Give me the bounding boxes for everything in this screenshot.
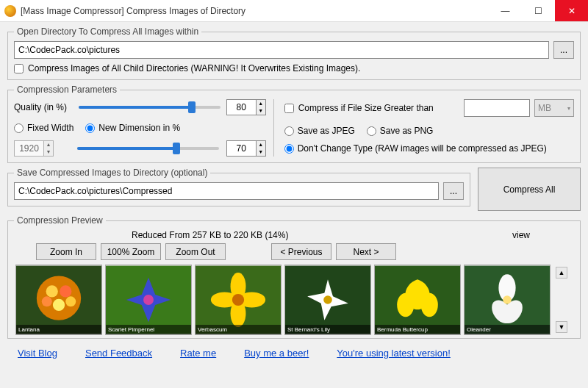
zoom-out-button[interactable]: Zoom Out bbox=[165, 243, 226, 260]
thumbnail-scrollbar[interactable]: ▲ ▼ bbox=[555, 265, 568, 335]
size-condition-input[interactable] bbox=[464, 99, 530, 117]
save-png-radio[interactable] bbox=[367, 126, 376, 136]
svg-point-18 bbox=[397, 293, 414, 317]
compress-all-button[interactable]: Compress All bbox=[478, 168, 581, 211]
dont-change-radio[interactable] bbox=[284, 144, 294, 154]
save-jpeg-label: Save as JPEG bbox=[298, 126, 355, 136]
thumbnail[interactable]: Oleander bbox=[464, 265, 551, 335]
maximize-button[interactable]: ☐ bbox=[522, 0, 555, 21]
fixed-width-input[interactable] bbox=[14, 140, 43, 157]
dimension-spinner[interactable]: ▲▼ bbox=[226, 140, 266, 157]
previous-button[interactable]: < Previous bbox=[271, 243, 331, 260]
fixed-width-radio[interactable] bbox=[14, 123, 24, 133]
child-directories-checkbox[interactable] bbox=[14, 64, 24, 73]
chevron-down-icon: ▾ bbox=[567, 105, 570, 112]
quality-value-input[interactable] bbox=[226, 99, 256, 115]
thumbnail-caption: St Bernard's Lily bbox=[285, 325, 370, 334]
open-directory-browse-button[interactable]: ... bbox=[553, 41, 574, 59]
thumbnail-caption: Verbascum bbox=[196, 325, 281, 334]
svg-point-5 bbox=[42, 296, 52, 306]
compression-params-group: Compression Parameters Quality (in %) ▲▼… bbox=[7, 85, 581, 163]
thumbnail[interactable]: Lantana bbox=[15, 265, 102, 335]
quality-spinner[interactable]: ▲▼ bbox=[226, 99, 266, 115]
fixed-width-spinner[interactable]: ▲▼ bbox=[14, 140, 70, 157]
dont-change-label: Don't Change Type (RAW images will be co… bbox=[298, 143, 547, 154]
thumbnail[interactable]: Verbascum bbox=[195, 265, 282, 335]
thumbnail[interactable]: St Bernard's Lily bbox=[284, 265, 371, 335]
thumbnail-caption: Scarlet Pimpernel bbox=[106, 325, 191, 334]
preview-legend: Compression Preview bbox=[14, 215, 106, 226]
compression-params-legend: Compression Parameters bbox=[14, 85, 120, 95]
visit-blog-link[interactable]: Visit Blog bbox=[18, 348, 57, 359]
thumbnail-strip: Lantana Scarlet Pimpernel Verbascum St B… bbox=[14, 265, 552, 335]
svg-point-16 bbox=[323, 295, 332, 304]
svg-point-2 bbox=[46, 285, 58, 297]
dimension-slider[interactable] bbox=[77, 147, 219, 150]
quality-label: Quality (in %) bbox=[14, 102, 73, 112]
buy-beer-link[interactable]: Buy me a beer! bbox=[244, 348, 309, 359]
svg-point-6 bbox=[65, 296, 76, 306]
save-directory-browse-button[interactable]: ... bbox=[443, 182, 464, 200]
svg-point-14 bbox=[232, 294, 244, 306]
reduced-label: Reduced From 257 KB to 220 KB (14%) bbox=[132, 230, 512, 240]
save-jpeg-radio[interactable] bbox=[284, 126, 294, 136]
dimension-value-input[interactable] bbox=[226, 140, 256, 157]
svg-point-3 bbox=[60, 285, 71, 297]
close-button[interactable]: ✕ bbox=[555, 0, 588, 21]
thumbnail-caption: Lantana bbox=[16, 325, 101, 334]
fixed-width-label: Fixed Width bbox=[27, 123, 74, 133]
zoom-100-button[interactable]: 100% Zoom bbox=[101, 243, 161, 260]
size-condition-checkbox[interactable] bbox=[284, 104, 294, 113]
footer-links: Visit Blog Send Feedback Rate me Buy me … bbox=[7, 343, 581, 359]
zoom-in-button[interactable]: Zoom In bbox=[36, 243, 96, 260]
scroll-up-icon[interactable]: ▲ bbox=[556, 267, 567, 279]
size-condition-label: Compress if File Size Greater than bbox=[298, 103, 434, 113]
save-png-label: Save as PNG bbox=[380, 126, 434, 136]
svg-point-24 bbox=[503, 295, 512, 304]
save-directory-group: Save Compressed Images to Directory (opt… bbox=[7, 168, 470, 206]
size-unit-select[interactable]: MB▾ bbox=[534, 99, 574, 117]
open-directory-group: Open Directory To Compress All Images wi… bbox=[7, 26, 581, 80]
thumbnail-caption: Bermuda Buttercup bbox=[375, 325, 460, 334]
rate-me-link[interactable]: Rate me bbox=[180, 348, 216, 359]
open-directory-legend: Open Directory To Compress All Images wi… bbox=[14, 26, 201, 37]
thumbnail-caption: Oleander bbox=[465, 325, 550, 334]
svg-point-8 bbox=[143, 295, 154, 305]
window-title: [Mass Image Compressor] Compress Images … bbox=[21, 6, 489, 16]
quality-slider[interactable] bbox=[79, 106, 220, 109]
title-bar: [Mass Image Compressor] Compress Images … bbox=[0, 0, 588, 22]
child-directories-label: Compress Images of All Child Directories… bbox=[28, 63, 360, 73]
next-button[interactable]: Next > bbox=[336, 243, 396, 260]
new-dimension-radio[interactable] bbox=[85, 123, 95, 133]
open-directory-input[interactable] bbox=[14, 41, 549, 59]
latest-version-link[interactable]: You're using latest version! bbox=[337, 348, 450, 359]
thumbnail[interactable]: Scarlet Pimpernel bbox=[105, 265, 192, 335]
view-label: view bbox=[512, 230, 530, 240]
new-dimension-label: New Dimension in % bbox=[98, 123, 180, 133]
minimize-button[interactable]: — bbox=[489, 0, 522, 21]
app-icon bbox=[4, 5, 16, 17]
save-directory-legend: Save Compressed Images to Directory (opt… bbox=[14, 168, 210, 178]
svg-point-4 bbox=[53, 299, 65, 311]
svg-point-19 bbox=[421, 293, 438, 317]
preview-group: Compression Preview Reduced From 257 KB … bbox=[7, 215, 581, 339]
thumbnail[interactable]: Bermuda Buttercup bbox=[374, 265, 461, 335]
send-feedback-link[interactable]: Send Feedback bbox=[85, 348, 152, 359]
save-directory-input[interactable] bbox=[14, 182, 439, 200]
scroll-down-icon[interactable]: ▼ bbox=[556, 321, 567, 333]
